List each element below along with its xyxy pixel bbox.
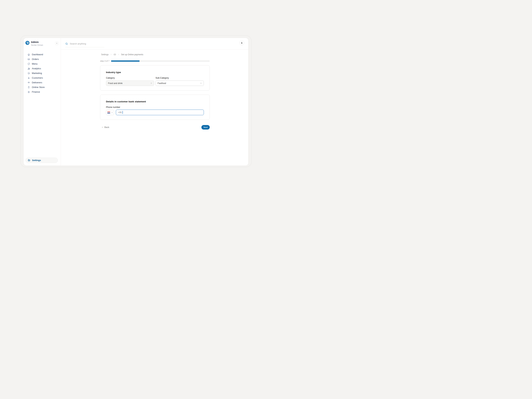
subcategory-select[interactable]: Fastfood [156,81,204,86]
cursor-click-icon [27,72,30,75]
workspace-name: Admin [31,41,43,44]
sidebar-item-online-store[interactable]: Online Store [24,85,61,89]
sidebar-item-label: Deliverers [32,81,42,84]
account-button[interactable] [239,40,244,45]
phone-row: +31 [106,110,204,115]
credit-card-icon [114,53,116,56]
search-bar[interactable] [65,40,104,47]
chevron-up-down-icon [56,42,58,44]
breadcrumb-settings[interactable]: Settings [101,53,108,56]
sidebar-item-label: Marketing [32,72,42,75]
category-select[interactable]: Food and drink [106,81,154,86]
sidebar-item-orders[interactable]: Orders [24,57,61,62]
sidebar-item-label: Analytics [32,67,41,70]
category-field: Category Food and drink [106,77,154,86]
progress-bar [111,60,210,62]
back-label: Back [104,126,109,128]
chevron-up-down-icon [200,82,202,84]
subcategory-field: Sub-Category Fastfood [156,77,204,86]
search-icon [65,42,68,45]
sidebar-nav: Dashbaord Orders Menu [24,52,61,94]
bank-statement-card: Details in customer bank statement Phone… [100,95,210,120]
wizard-actions: Back Next [100,125,210,130]
home-icon [27,53,30,56]
chevron-left-icon [101,127,103,128]
card-title: Industry type [106,71,204,74]
workspace-collapse-button[interactable] [55,42,58,45]
wizard-content: Settings Set up Online payments [61,50,210,130]
sidebar-item-finance[interactable]: Finance [24,89,61,94]
subcategory-value: Fastfood [158,82,166,84]
phone-input[interactable]: +31 [116,110,204,115]
main-area: Settings Set up Online payments [61,38,248,165]
brand-swirl-icon [25,41,29,45]
sidebar-item-label: Customers [32,76,43,79]
netherlands-flag-icon [107,112,110,114]
chevron-right-icon [118,54,119,55]
sidebar-item-label: Settings [32,159,41,162]
sidebar-item-menu[interactable]: Menu [24,62,61,66]
sidebar-item-label: Menu [32,63,38,65]
industry-form-row: Category Food and drink Sub-Category [106,77,204,86]
workspace-switcher[interactable]: Admin Serdar Orman [24,38,61,46]
sidebar: Admin Serdar Orman Dashbaord [24,38,61,165]
chevron-up-down-icon [151,82,152,84]
sidebar-item-settings[interactable]: Settings [25,158,58,163]
workspace-owner: Serdar Orman [31,44,43,46]
back-button[interactable]: Back [101,126,109,128]
bar-chart-icon [27,67,30,70]
subcategory-label: Sub-Category [156,77,204,79]
user-icon [27,77,30,79]
sidebar-item-label: Dashbaord [32,53,43,56]
app-window: Admin Serdar Orman Dashbaord [23,38,248,166]
step-label: step 3 of 7 [100,60,111,62]
text-caret [122,111,123,114]
topbar [61,38,248,50]
breadcrumb: Settings Set up Online payments [101,53,210,56]
phone-number-label: Phone number [106,106,204,108]
search-input[interactable] [70,42,104,45]
progress-fill [111,60,139,62]
sidebar-item-analytics[interactable]: Analytics [24,66,61,71]
sidebar-item-label: Online Store [32,86,44,89]
sidebar-item-dashboard[interactable]: Dashbaord [24,52,61,57]
food-dish-icon [27,81,30,84]
country-select[interactable] [106,110,114,115]
coin-stack-icon [27,91,30,93]
chevron-up-down-icon [111,111,113,114]
wizard-progress: step 3 of 7 [100,60,210,62]
smartphone-icon [27,86,30,89]
sidebar-item-marketing[interactable]: Marketing [24,71,61,76]
sidebar-item-deliverers[interactable]: Deliverers [24,80,61,85]
user-icon [241,42,243,44]
category-label: Category [106,77,154,79]
sidebar-item-label: Finance [32,91,40,93]
tag-icon [27,63,30,65]
sidebar-item-customers[interactable]: Customers [24,76,61,80]
next-button[interactable]: Next [201,125,210,130]
category-value: Food and drink [108,82,122,84]
breadcrumb-current: Set up Online payments [121,53,143,56]
sidebar-item-label: Orders [32,58,39,60]
workspace-info: Admin Serdar Orman [31,41,43,46]
chevron-right-icon [110,54,112,55]
gear-icon [28,159,30,162]
inbox-icon [27,58,30,60]
industry-type-card: Industry type Category Food and drink [100,65,210,91]
card-title: Details in customer bank statement [106,100,204,103]
phone-value: +31 [118,111,122,114]
